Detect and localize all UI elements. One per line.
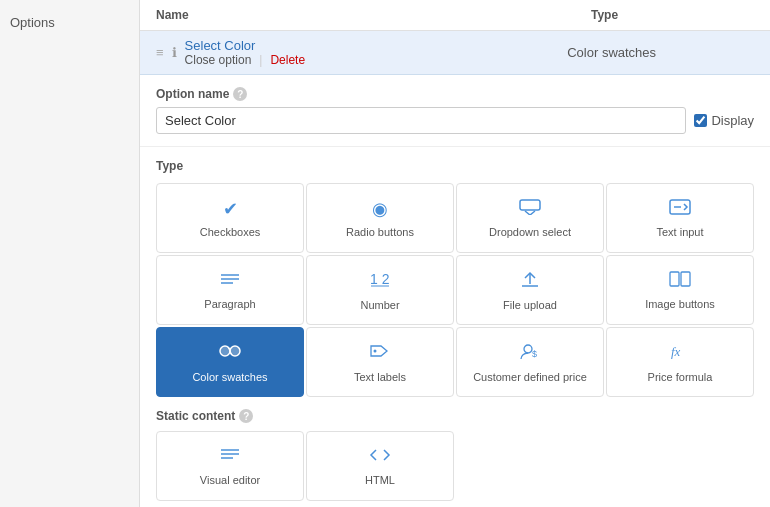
- display-label: Display: [694, 113, 754, 128]
- option-name-section: Option name ? Display: [140, 75, 770, 147]
- type-btn-paragraph[interactable]: Paragraph: [156, 255, 304, 325]
- type-btn-number[interactable]: 1 2 Number: [306, 255, 454, 325]
- svg-point-16: [524, 345, 532, 353]
- color-swatches-icon: [219, 342, 241, 365]
- svg-text:1 2: 1 2: [370, 271, 390, 287]
- option-type-label: Color swatches: [469, 45, 754, 60]
- number-icon: 1 2: [369, 270, 391, 293]
- display-checkbox[interactable]: [694, 114, 707, 127]
- svg-text:fx: fx: [671, 344, 681, 359]
- checkboxes-icon: ✔: [223, 198, 238, 220]
- option-name[interactable]: Select Color: [185, 38, 470, 53]
- type-btn-checkboxes[interactable]: ✔ Checkboxes: [156, 183, 304, 253]
- type-btn-file-upload[interactable]: File upload: [456, 255, 604, 325]
- type-grid: ✔ Checkboxes ◉ Radio buttons Dropdown se…: [156, 183, 754, 397]
- svg-rect-0: [520, 200, 540, 210]
- type-section: Type ✔ Checkboxes ◉ Radio buttons Dropdo…: [140, 147, 770, 507]
- radio-icon: ◉: [372, 198, 388, 220]
- close-option-link[interactable]: Close option: [185, 53, 252, 67]
- price-formula-icon: fx: [669, 342, 691, 365]
- text-labels-icon: [369, 342, 391, 365]
- type-btn-price-formula[interactable]: fx Price formula: [606, 327, 754, 397]
- option-name-help-icon[interactable]: ?: [233, 87, 247, 101]
- type-btn-dropdown[interactable]: Dropdown select: [456, 183, 604, 253]
- type-label: Type: [156, 159, 754, 173]
- visual-editor-icon: [219, 447, 241, 468]
- type-btn-color-swatches[interactable]: Color swatches: [156, 327, 304, 397]
- image-buttons-icon: [669, 271, 691, 292]
- option-name-row: Display: [156, 107, 754, 134]
- svg-marker-14: [371, 346, 387, 356]
- drag-icon: ≡: [156, 45, 164, 60]
- static-content-section: Static content ? Visual editor HT: [156, 401, 754, 505]
- paragraph-icon: [219, 271, 241, 292]
- html-icon: [369, 447, 391, 468]
- option-actions: Close option | Delete: [185, 53, 470, 67]
- text-input-icon: [669, 199, 691, 220]
- static-content-label: Static content ?: [156, 409, 754, 423]
- sidebar: Options: [0, 0, 140, 507]
- svg-rect-10: [681, 272, 690, 286]
- dropdown-icon: [519, 199, 541, 220]
- static-content-help-icon[interactable]: ?: [239, 409, 253, 423]
- file-upload-icon: [519, 270, 541, 293]
- static-grid: Visual editor HTML: [156, 431, 754, 501]
- svg-rect-9: [670, 272, 679, 286]
- type-btn-text-input[interactable]: Text input: [606, 183, 754, 253]
- option-name-label: Option name ?: [156, 87, 247, 101]
- sidebar-title: Options: [10, 15, 55, 30]
- type-btn-customer-defined[interactable]: $ Customer defined price: [456, 327, 604, 397]
- svg-point-15: [374, 349, 377, 352]
- table-header-type: Type: [455, 8, 754, 22]
- option-row[interactable]: ≡ ℹ Select Color Close option | Delete C…: [140, 31, 770, 75]
- svg-text:$: $: [532, 349, 537, 359]
- info-icon: ℹ: [172, 45, 177, 60]
- type-btn-radio[interactable]: ◉ Radio buttons: [306, 183, 454, 253]
- customer-defined-icon: $: [519, 342, 541, 365]
- table-header: Name Type: [140, 0, 770, 31]
- type-btn-html[interactable]: HTML: [306, 431, 454, 501]
- main-content: Name Type ≡ ℹ Select Color Close option …: [140, 0, 770, 507]
- type-btn-visual-editor[interactable]: Visual editor: [156, 431, 304, 501]
- type-btn-image-buttons[interactable]: Image buttons: [606, 255, 754, 325]
- table-header-name: Name: [156, 8, 455, 22]
- type-btn-text-labels[interactable]: Text labels: [306, 327, 454, 397]
- option-name-input[interactable]: [156, 107, 686, 134]
- delete-option-link[interactable]: Delete: [270, 53, 305, 67]
